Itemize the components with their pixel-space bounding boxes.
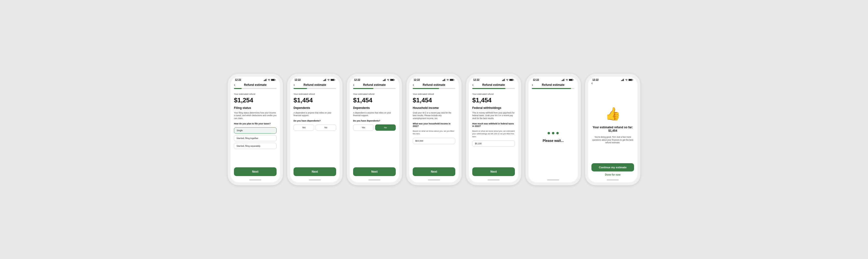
svg-rect-33 [509, 79, 513, 81]
header-5: ‹ Refund estimate [469, 82, 518, 88]
svg-rect-21 [442, 80, 443, 81]
no-button-2[interactable]: No [316, 124, 336, 131]
svg-rect-7 [323, 80, 324, 81]
bottom-area-3: Next [350, 166, 399, 179]
content-1: Your estimated refund $1,254 Filing stat… [230, 91, 280, 166]
wifi-icon-2 [327, 79, 330, 81]
thumbs-up-icon: 👍 [605, 107, 621, 121]
time-6: 12:22 [533, 79, 539, 81]
option-single[interactable]: Single [234, 127, 277, 134]
status-icons-5 [502, 79, 514, 81]
bottom-area-4: Next [409, 166, 459, 179]
status-icons-2 [323, 79, 335, 81]
back-button-4[interactable]: ‹ [413, 83, 414, 87]
yes-button-2[interactable]: Yes [293, 124, 314, 131]
section-desc-1: Your filing status determines how your i… [234, 112, 277, 120]
battery-icon-4 [450, 79, 454, 81]
back-button-3[interactable]: ‹ [353, 83, 354, 87]
svg-rect-14 [383, 80, 383, 81]
next-button-1[interactable]: Next [234, 167, 277, 176]
back-button-5[interactable]: ‹ [472, 83, 473, 87]
progress-bar-wrap-1 [230, 88, 280, 91]
svg-rect-10 [326, 79, 326, 81]
section-title-4: Household income [413, 106, 455, 110]
header-title-5: Refund estimate [482, 83, 505, 87]
signal-icon-7 [621, 79, 624, 81]
home-indicator-7 [607, 179, 619, 180]
header-3: ‹ Refund estimate [350, 82, 399, 88]
battery-icon-6 [569, 79, 574, 81]
withholding-input-5[interactable] [472, 140, 515, 147]
back-button-6[interactable]: ‹ [532, 83, 533, 87]
phone-screen-7: 12:22 ‹ 👍 Your estimated refund so far: … [585, 74, 640, 185]
back-button-7[interactable]: ‹ [591, 81, 593, 85]
question-label-3: Do you have dependents? [353, 120, 396, 122]
section-title-1: Filing status [234, 106, 277, 110]
next-button-4[interactable]: Next [413, 167, 455, 176]
prefill-note-4: Based on what we know about you, we pre-… [413, 130, 455, 135]
yes-button-3[interactable]: Yes [353, 124, 374, 131]
refund-amount-1: $1,254 [234, 97, 277, 104]
yes-no-row-3: Yes No [353, 124, 396, 131]
signal-icon-6 [562, 79, 565, 81]
svg-rect-31 [504, 79, 505, 81]
status-bar-7: 12:22 [588, 77, 638, 82]
svg-rect-12 [331, 79, 334, 81]
home-indicator-2 [309, 179, 321, 180]
svg-rect-41 [573, 80, 574, 80]
header-title-4: Refund estimate [423, 83, 445, 87]
next-button-3[interactable]: Next [353, 167, 396, 176]
content-4: Your estimated refund $1,454 Household i… [409, 91, 459, 166]
svg-rect-16 [384, 79, 385, 81]
progress-bar-bg-1 [234, 88, 277, 89]
svg-rect-22 [443, 80, 444, 81]
svg-rect-40 [569, 79, 572, 81]
done-link-7[interactable]: Done for now [591, 173, 634, 176]
signal-icon-2 [323, 79, 327, 81]
income-input-4[interactable] [413, 138, 455, 144]
svg-rect-28 [502, 80, 502, 81]
svg-rect-2 [265, 79, 266, 81]
svg-rect-6 [275, 80, 276, 80]
back-button-1[interactable]: ‹ [234, 83, 235, 87]
svg-rect-9 [325, 79, 325, 81]
progress-bar-wrap-5 [469, 88, 518, 91]
phone-screen-1: 12:22 ‹ Refund estimate Your estimated r… [228, 74, 283, 185]
signal-icon-5 [502, 79, 505, 81]
svg-rect-17 [385, 79, 385, 81]
svg-rect-35 [562, 80, 562, 81]
time-2: 12:22 [294, 79, 301, 81]
refund-label-4: Your estimated refund [413, 93, 455, 95]
section-title-3: Dependents [353, 106, 396, 110]
options-list-1: Single Married, filing together Married,… [234, 127, 277, 149]
refund-amount-5: $1,454 [472, 97, 515, 104]
battery-icon-1 [271, 79, 276, 81]
svg-rect-47 [629, 79, 632, 81]
status-bar-4: 12:22 [409, 77, 459, 82]
option-married-together[interactable]: Married, filing together [234, 135, 277, 141]
back-button-2[interactable]: ‹ [293, 83, 295, 87]
yes-no-row-2: Yes No [293, 124, 336, 131]
home-indicator-5 [488, 179, 500, 180]
no-button-3[interactable]: No [375, 124, 396, 131]
header-title-1: Refund estimate [244, 83, 267, 87]
continue-button-7[interactable]: Continue my estimate [591, 163, 634, 171]
header-7: ‹ [588, 82, 638, 85]
bottom-area-5: Next [469, 166, 518, 179]
header-title-3: Refund estimate [363, 83, 385, 87]
phone-screen-5: 12:22 ‹ Refund estimate Your estimated r… [466, 74, 521, 185]
progress-bar-bg-2 [293, 88, 336, 89]
status-icons-3 [383, 79, 395, 81]
next-button-5[interactable]: Next [472, 167, 515, 176]
next-button-2[interactable]: Next [293, 167, 336, 176]
option-married-separately[interactable]: Married, filing separately [234, 143, 277, 149]
svg-rect-48 [632, 80, 633, 80]
section-desc-2: A dependent is anyone that relies on you… [293, 112, 336, 117]
signal-icon-4 [442, 79, 445, 81]
question-label-1: How do you plan to file your taxes? [234, 122, 277, 125]
progress-bar-bg-4 [413, 88, 455, 89]
header-6: ‹ Refund estimate [528, 82, 578, 88]
wifi-icon-6 [565, 79, 568, 81]
progress-bar-wrap-2 [290, 88, 340, 91]
status-bar-6: 12:22 [528, 77, 578, 82]
